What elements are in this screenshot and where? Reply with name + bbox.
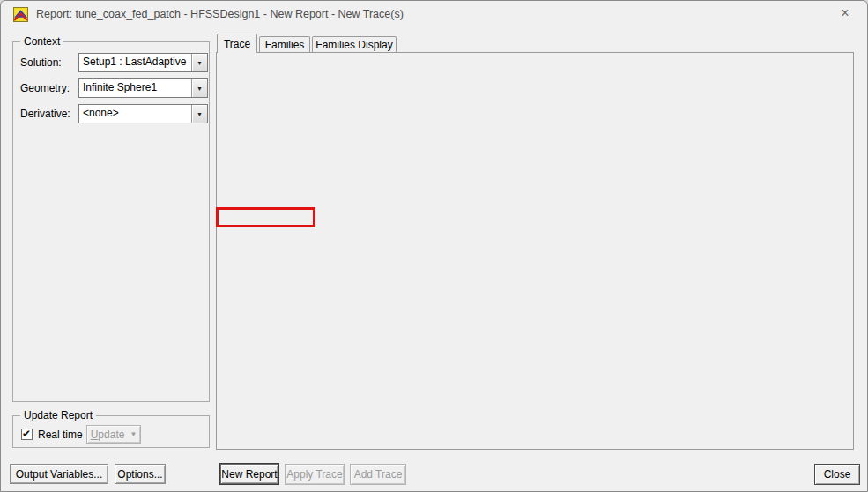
chevron-down-icon: ▼ [130, 430, 137, 438]
derivative-dropdown[interactable]: <none> ▼ [78, 104, 208, 123]
add-trace-button[interactable]: Add Trace [350, 464, 406, 485]
geometry-value: Infinite Sphere1 [79, 79, 191, 97]
geometry-dropdown[interactable]: Infinite Sphere1 ▼ [78, 78, 208, 98]
close-button[interactable]: Close [814, 464, 860, 485]
trace-tab-page [216, 52, 854, 450]
chevron-down-icon[interactable]: ▼ [191, 79, 207, 97]
tab-families-display[interactable]: Families Display [312, 36, 397, 52]
solution-value: Setup1 : LastAdaptive [79, 54, 191, 71]
solution-label: Solution: [20, 56, 62, 69]
update-report-group-label: Update Report [20, 409, 96, 421]
title-bar[interactable]: Report: tune_coax_fed_patch - HFSSDesign… [1, 1, 867, 27]
derivative-value: <none> [79, 105, 191, 123]
report-icon [13, 7, 28, 22]
derivative-label: Derivative: [20, 108, 70, 120]
window-title: Report: tune_coax_fed_patch - HFSSDesign… [36, 1, 404, 27]
apply-trace-button[interactable]: Apply Trace [285, 464, 345, 485]
real-time-checkbox[interactable] [21, 429, 33, 440]
output-variables-button[interactable]: Output Variables... [10, 464, 108, 484]
tab-families[interactable]: Families [259, 36, 310, 52]
context-group-label: Context [20, 35, 63, 48]
geometry-label: Geometry: [20, 82, 70, 94]
report-dialog: Report: tune_coax_fed_patch - HFSSDesign… [0, 0, 868, 492]
options-button[interactable]: Options... [115, 464, 166, 484]
real-time-label: Real time [38, 429, 83, 441]
close-icon[interactable]: × [831, 1, 859, 27]
update-button[interactable]: Update ▼ [86, 425, 141, 444]
chevron-down-icon[interactable]: ▼ [191, 105, 207, 123]
tab-trace[interactable]: Trace [217, 34, 257, 53]
solution-dropdown[interactable]: Setup1 : LastAdaptive ▼ [78, 53, 208, 72]
chevron-down-icon[interactable]: ▼ [191, 54, 207, 71]
new-report-button[interactable]: New Report [219, 463, 279, 485]
